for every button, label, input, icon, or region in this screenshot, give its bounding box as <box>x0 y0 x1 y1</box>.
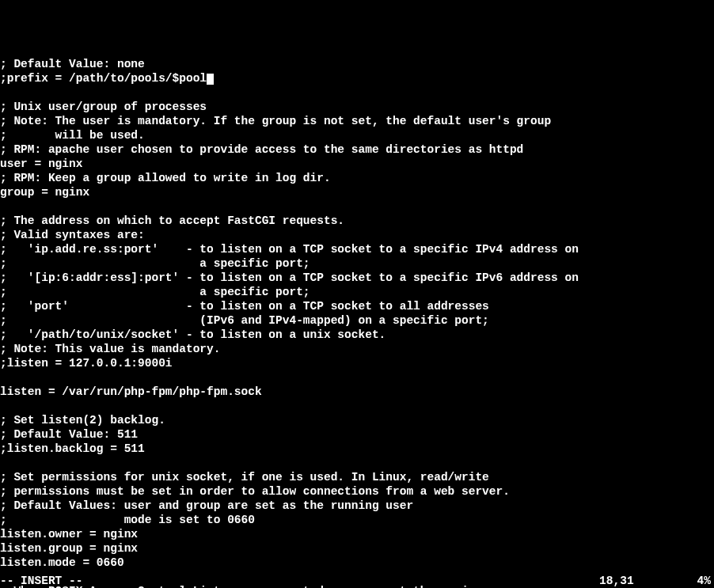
editor-line: ; RPM: apache user chosen to provide acc… <box>0 142 714 157</box>
editor-line: ; (IPv6 and IPv4-mapped) on a specific p… <box>0 313 714 328</box>
editor-line: ; mode is set to 0660 <box>0 513 714 527</box>
text-cursor <box>207 74 214 85</box>
editor-line: ; Default Value: 511 <box>0 427 714 442</box>
status-bar: -- INSERT -- 18,31 4% <box>0 574 714 588</box>
editor-line <box>0 399 714 413</box>
editor-line: ; Set listen(2) backlog. <box>0 413 714 427</box>
editor-line: ; Unix user/group of processes <box>0 100 714 114</box>
editor-line: ; will be used. <box>0 128 714 142</box>
editor-line: ;listen = 127.0.0.1:9000i <box>0 356 714 370</box>
editor-line <box>0 456 714 470</box>
editor-line <box>0 85 714 100</box>
editor-line: ; Default Value: none <box>0 57 714 71</box>
editor-line: ; a specific port; <box>0 285 714 299</box>
editor-line: listen.mode = 0660 <box>0 556 714 570</box>
mode-indicator: -- INSERT -- <box>0 574 82 588</box>
editor-line: ; RPM: Keep a group allowed to write in … <box>0 171 714 185</box>
editor-line: ; a specific port; <box>0 256 714 271</box>
editor-line: ; Note: The user is mandatory. If the gr… <box>0 114 714 128</box>
scroll-percent: 4% <box>697 574 711 588</box>
editor-line: ; '[ip:6:addr:ess]:port' - to listen on … <box>0 271 714 285</box>
editor-line <box>0 199 714 214</box>
editor-line: ; Valid syntaxes are: <box>0 228 714 242</box>
editor-line: listen.owner = nginx <box>0 527 714 541</box>
editor-line <box>0 370 714 385</box>
editor-line: ; 'ip.add.re.ss:port' - to listen on a T… <box>0 242 714 256</box>
editor-line: ; The address on which to accept FastCGI… <box>0 214 714 228</box>
editor-line: ;prefix = /path/to/pools/$pool <box>0 71 714 85</box>
editor-line: group = nginx <box>0 185 714 199</box>
editor-line: ;listen.backlog = 511 <box>0 442 714 456</box>
editor-line: ; permissions must be set in order to al… <box>0 484 714 499</box>
editor-line: listen.group = nginx <box>0 541 714 556</box>
cursor-position: 18,31 <box>599 574 634 588</box>
editor-line: ; 'port' - to listen on a TCP socket to … <box>0 299 714 313</box>
editor-line: user = nginx <box>0 157 714 171</box>
editor-line: ; Set permissions for unix socket, if on… <box>0 470 714 484</box>
editor-line: ; Default Values: user and group are set… <box>0 499 714 513</box>
editor-line: ; Note: This value is mandatory. <box>0 342 714 356</box>
editor-line: ; '/path/to/unix/socket' - to listen on … <box>0 328 714 342</box>
editor-line: listen = /var/run/php-fpm/php-fpm.sock <box>0 385 714 399</box>
editor-content[interactable]: ; Default Value: none;prefix = /path/to/… <box>0 57 714 588</box>
